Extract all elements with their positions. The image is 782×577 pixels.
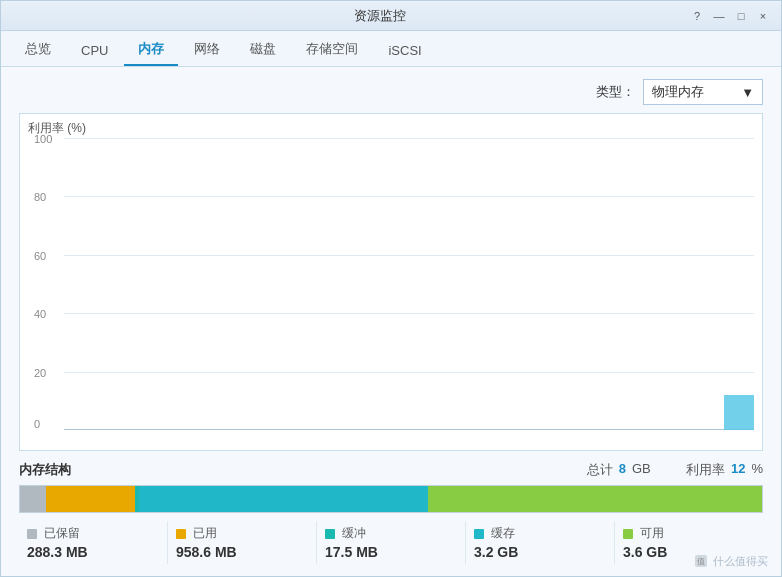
tab-network[interactable]: 网络 <box>180 34 234 66</box>
legend-cache-value: 3.2 GB <box>474 544 606 560</box>
minimize-button[interactable]: — <box>711 8 727 24</box>
legend-used-value: 958.6 MB <box>176 544 308 560</box>
tab-cpu[interactable]: CPU <box>67 37 122 66</box>
legend-buffer-dot <box>325 529 335 539</box>
x-axis-line: 0 <box>64 429 754 430</box>
legend-used-dot <box>176 529 186 539</box>
legend-reserved-value: 288.3 MB <box>27 544 159 560</box>
grid-line-80: 80 <box>64 196 754 197</box>
y-tick-0: 0 <box>34 418 40 430</box>
legend-cache-label: 缓存 <box>474 525 606 542</box>
memory-legend: 已保留 288.3 MB 已用 958.6 MB 缓冲 1 <box>19 521 763 564</box>
usage-label: 利用率 <box>686 461 725 479</box>
y-tick-80: 80 <box>34 191 46 203</box>
memory-section: 内存结构 总计 8 GB 利用率 12 % <box>19 461 763 564</box>
legend-reserved-label: 已保留 <box>27 525 159 542</box>
memory-section-title: 内存结构 <box>19 461 71 479</box>
legend-buffer: 缓冲 17.5 MB <box>317 521 466 564</box>
total-value: 8 <box>619 461 626 479</box>
watermark: 值 什么值得买 <box>693 553 768 569</box>
type-selected-value: 物理内存 <box>652 83 704 101</box>
legend-reserved-dot <box>27 529 37 539</box>
tab-disk[interactable]: 磁盘 <box>236 34 290 66</box>
total-label: 总计 <box>587 461 613 479</box>
grid-line-100: 100 <box>64 138 754 139</box>
usage-bar <box>724 395 754 430</box>
dropdown-arrow-icon: ▼ <box>741 85 754 100</box>
segment-cache <box>139 486 428 512</box>
type-dropdown[interactable]: 物理内存 ▼ <box>643 79 763 105</box>
help-button[interactable]: ? <box>689 8 705 24</box>
legend-reserved: 已保留 288.3 MB <box>19 521 168 564</box>
legend-available-dot <box>623 529 633 539</box>
legend-available-label: 可用 <box>623 525 755 542</box>
maximize-button[interactable]: □ <box>733 8 749 24</box>
window-title: 资源监控 <box>354 7 406 25</box>
watermark-icon: 值 <box>693 553 709 569</box>
tab-iscsi[interactable]: iSCSI <box>374 37 435 66</box>
stats-divider <box>665 461 672 479</box>
legend-used: 已用 958.6 MB <box>168 521 317 564</box>
chart-inner: 100 80 60 40 20 0 <box>64 138 754 430</box>
segment-used <box>46 486 135 512</box>
title-bar: 资源监控 ? — □ × <box>1 1 781 31</box>
window-controls: ? — □ × <box>689 8 771 24</box>
content-area: 类型： 物理内存 ▼ 利用率 (%) 100 80 60 <box>1 67 781 576</box>
usage-unit: % <box>751 461 763 479</box>
grid-line-20: 20 <box>64 372 754 373</box>
close-button[interactable]: × <box>755 8 771 24</box>
memory-header: 内存结构 总计 8 GB 利用率 12 % <box>19 461 763 479</box>
chart-grid: 100 80 60 40 20 0 <box>64 138 754 430</box>
tab-storage[interactable]: 存储空间 <box>292 34 372 66</box>
legend-used-label: 已用 <box>176 525 308 542</box>
total-unit: GB <box>632 461 651 479</box>
svg-text:值: 值 <box>697 557 705 566</box>
segment-available <box>428 486 762 512</box>
grid-line-40: 40 <box>64 313 754 314</box>
y-tick-60: 60 <box>34 250 46 262</box>
segment-reserved <box>20 486 46 512</box>
legend-cache: 缓存 3.2 GB <box>466 521 615 564</box>
y-tick-40: 40 <box>34 308 46 320</box>
usage-value: 12 <box>731 461 745 479</box>
tab-bar: 总览 CPU 内存 网络 磁盘 存储空间 iSCSI <box>1 31 781 67</box>
type-selector-row: 类型： 物理内存 ▼ <box>19 79 763 105</box>
memory-bar <box>19 485 763 513</box>
watermark-text: 什么值得买 <box>713 554 768 569</box>
chart-area: 利用率 (%) 100 80 60 40 <box>19 113 763 451</box>
memory-stats: 总计 8 GB 利用率 12 % <box>587 461 763 479</box>
legend-buffer-label: 缓冲 <box>325 525 457 542</box>
legend-buffer-value: 17.5 MB <box>325 544 457 560</box>
grid-line-60: 60 <box>64 255 754 256</box>
tab-memory[interactable]: 内存 <box>124 34 178 66</box>
tab-overview[interactable]: 总览 <box>11 34 65 66</box>
y-tick-100: 100 <box>34 133 52 145</box>
y-tick-20: 20 <box>34 367 46 379</box>
type-label: 类型： <box>596 83 635 101</box>
main-window: 资源监控 ? — □ × 总览 CPU 内存 网络 磁盘 存储空间 iSCSI … <box>0 0 782 577</box>
legend-cache-dot <box>474 529 484 539</box>
